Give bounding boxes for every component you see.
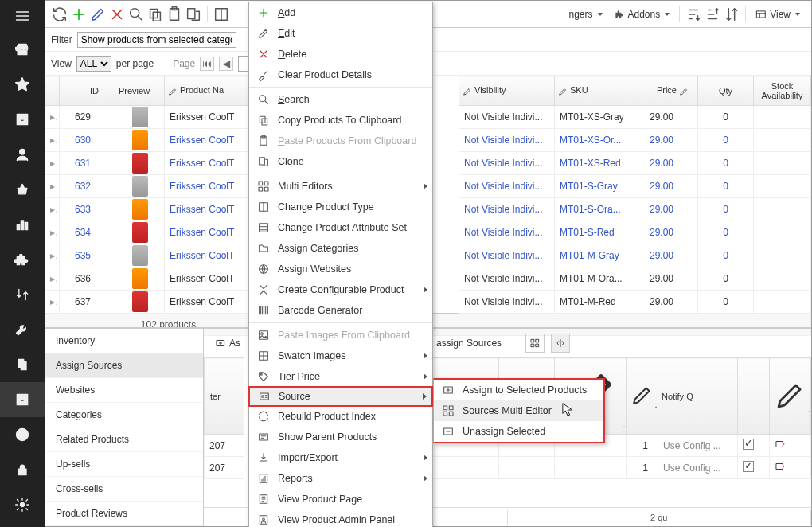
sidebar-item[interactable]: Websites <box>45 378 203 403</box>
menu-item[interactable]: Clone <box>249 151 432 172</box>
notify-qt-header[interactable]: Notify Qt <box>770 358 811 435</box>
grid-view-toggle[interactable] <box>525 334 545 353</box>
nav-store-icon[interactable] <box>0 32 45 67</box>
expand-toggle[interactable]: ▸ <box>45 244 60 267</box>
menu-item[interactable]: Import/Export <box>249 447 432 468</box>
nav-lock-icon[interactable] <box>0 452 45 487</box>
cell-delete[interactable] <box>770 457 811 479</box>
menu-item[interactable]: Assign to Selected Products <box>434 380 603 400</box>
qty-header[interactable]: Qty <box>698 76 754 106</box>
view-dropdown[interactable]: View <box>751 9 805 20</box>
nav-star-icon[interactable] <box>0 67 45 102</box>
menu-item[interactable]: Add <box>249 2 432 23</box>
refresh-button[interactable] <box>51 6 68 23</box>
menu-item[interactable]: View Product Page <box>249 489 432 509</box>
menu-item[interactable]: Source <box>248 386 433 407</box>
item-header[interactable]: Iter <box>205 358 244 435</box>
menu-item[interactable]: View Product Admin Panel <box>249 509 432 527</box>
sidebar-item[interactable]: Cross-sells <box>45 477 203 502</box>
nav-transfer-icon[interactable] <box>0 277 45 312</box>
cell-delete[interactable] <box>770 435 811 457</box>
add-button[interactable] <box>70 6 88 23</box>
notify-q-check-header[interactable] <box>738 358 770 435</box>
visibility-header[interactable]: Visibility <box>459 76 555 106</box>
id-header[interactable]: ID <box>60 76 115 106</box>
menu-item[interactable]: Swatch Images <box>249 345 432 366</box>
copy-button[interactable] <box>146 6 164 23</box>
notify-q-header[interactable]: Notify Q <box>658 358 738 435</box>
menu-item[interactable]: Change Product Type <box>249 197 432 217</box>
nav-gear-icon[interactable] <box>0 487 45 522</box>
q-header[interactable]: Q <box>627 358 658 435</box>
sku-header[interactable]: SKU <box>555 76 634 106</box>
sidebar-item[interactable]: Product Reviews <box>45 502 203 526</box>
nav-basket-icon[interactable] <box>0 172 45 207</box>
clone-button[interactable] <box>185 6 202 23</box>
split-view-toggle[interactable] <box>551 334 570 353</box>
expand-toggle[interactable]: ▸ <box>45 152 60 175</box>
page-prev-button[interactable]: ◀ <box>219 57 233 71</box>
expand-toggle[interactable]: ▸ <box>45 267 60 291</box>
menu-item[interactable]: Clear Product Details <box>249 64 432 85</box>
price-header[interactable]: Price <box>634 76 698 106</box>
stock-header[interactable]: Stock Availability <box>754 76 811 106</box>
menu-item[interactable]: Reports <box>249 468 432 489</box>
addons-dropdown[interactable]: Addons <box>609 9 675 20</box>
nav-help-icon[interactable] <box>0 417 45 452</box>
sidebar-item[interactable]: Assign Sources <box>45 353 203 378</box>
menu-item[interactable]: Assign Categories <box>249 238 432 259</box>
columns-button[interactable] <box>213 6 230 23</box>
nav-user-icon[interactable] <box>0 137 45 172</box>
nav-chart-icon[interactable] <box>0 207 45 242</box>
context-submenu[interactable]: Assign to Selected ProductsSources Multi… <box>433 378 605 443</box>
nav-puzzle-icon[interactable] <box>0 242 45 277</box>
menu-item[interactable]: Rebuild Product Index <box>249 406 432 427</box>
cell-notify-check[interactable] <box>738 435 770 457</box>
filter-input[interactable] <box>77 32 236 48</box>
paste-button[interactable] <box>166 6 183 23</box>
expand-toggle[interactable]: ▸ <box>45 175 60 198</box>
expand-toggle[interactable]: ▸ <box>45 106 60 129</box>
menu-item[interactable]: Create Configurable Product <box>249 279 432 300</box>
menu-item[interactable]: Edit <box>249 23 432 44</box>
search-button[interactable] <box>127 6 145 23</box>
delete-button[interactable] <box>108 6 126 23</box>
menu-item[interactable]: Assign Websites <box>249 259 432 279</box>
sidebar-item[interactable]: Categories <box>45 403 203 427</box>
menu-item[interactable]: Tier Price <box>249 366 432 387</box>
page-first-button[interactable]: ⏮ <box>200 57 214 71</box>
assign-sources-button[interactable]: As <box>210 335 245 351</box>
expand-toggle[interactable]: ▸ <box>45 221 60 244</box>
cell-notify-check[interactable] <box>738 457 770 479</box>
menu-item[interactable]: Multi Editors <box>249 176 432 197</box>
menu-item[interactable]: Copy Products To Clipboard <box>249 110 432 131</box>
menu-item[interactable]: Show Parent Products <box>249 427 432 447</box>
menu-item[interactable]: Sources Multi Editor <box>434 400 603 421</box>
menu-item[interactable]: Search <box>249 89 432 110</box>
sidebar-item[interactable]: Inventory <box>45 329 203 353</box>
checkbox[interactable] <box>743 439 754 450</box>
edit-button[interactable] <box>89 6 107 23</box>
hamburger-icon[interactable] <box>0 0 45 32</box>
per-page-select[interactable]: ALL <box>76 56 111 72</box>
sort-asc-button[interactable] <box>685 6 702 23</box>
menu-item[interactable]: Change Product Attribute Set <box>249 217 432 238</box>
expand-toggle[interactable]: ▸ <box>45 129 60 152</box>
nav-copy-icon[interactable] <box>0 347 45 382</box>
menu-item[interactable]: Delete <box>249 44 432 64</box>
expand-toggle[interactable]: ▸ <box>45 291 60 314</box>
menu-item[interactable]: Unassign Selected <box>434 421 603 442</box>
expand-toggle[interactable]: ▸ <box>45 198 60 221</box>
context-menu[interactable]: AddEditDeleteClear Product DetailsSearch… <box>248 2 433 527</box>
sort-button[interactable] <box>723 6 740 23</box>
sort-desc-button[interactable] <box>704 6 721 23</box>
menu-item[interactable]: Barcode Generator <box>249 300 432 321</box>
managers-dropdown[interactable]: ngers <box>564 9 607 20</box>
nav-wrench-icon[interactable] <box>0 312 45 347</box>
checkbox[interactable] <box>743 461 754 472</box>
sidebar-item[interactable]: Up-sells <box>45 452 203 477</box>
nav-inbox-icon[interactable] <box>0 102 45 137</box>
sidebar-item[interactable]: Related Products <box>45 427 203 452</box>
nav-archive-icon[interactable] <box>0 382 45 417</box>
preview-header[interactable]: Preview <box>115 76 165 106</box>
